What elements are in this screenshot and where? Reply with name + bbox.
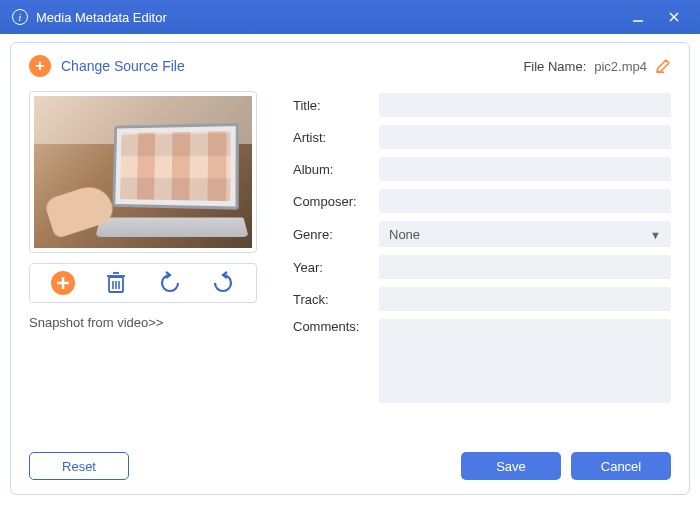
title-label: Title: (293, 98, 369, 113)
left-column: Snapshot from video>> (29, 91, 257, 440)
minimize-button[interactable] (624, 3, 652, 31)
plus-icon: + (29, 55, 51, 77)
comments-input[interactable] (379, 319, 671, 403)
snapshot-link[interactable]: Snapshot from video>> (29, 315, 257, 330)
track-label: Track: (293, 292, 369, 307)
rotate-left-button[interactable] (155, 268, 185, 298)
titlebar: i Media Metadata Editor (0, 0, 700, 34)
delete-cover-button[interactable] (101, 268, 131, 298)
save-button[interactable]: Save (461, 452, 561, 480)
album-input[interactable] (379, 157, 671, 181)
cover-image (34, 96, 252, 248)
info-icon: i (12, 9, 28, 25)
edit-filename-button[interactable] (655, 58, 671, 74)
artist-label: Artist: (293, 130, 369, 145)
cover-toolbar (29, 263, 257, 303)
metadata-form: Title: Artist: Album: Composer: Genre: (293, 91, 671, 440)
genre-select[interactable]: None ▼ (379, 221, 671, 247)
track-input[interactable] (379, 287, 671, 311)
content-row: Snapshot from video>> Title: Artist: Alb… (29, 91, 671, 440)
app-window: i Media Metadata Editor + Change Source … (0, 0, 700, 505)
top-row: + Change Source File File Name: pic2.mp4 (29, 55, 671, 77)
rotate-right-button[interactable] (208, 268, 238, 298)
reset-button[interactable]: Reset (29, 452, 129, 480)
close-button[interactable] (660, 3, 688, 31)
year-input[interactable] (379, 255, 671, 279)
change-source-button[interactable]: + Change Source File (29, 55, 185, 77)
window-title: Media Metadata Editor (36, 10, 616, 25)
file-name-group: File Name: pic2.mp4 (523, 58, 671, 74)
bottom-bar: Reset Save Cancel (29, 452, 671, 480)
cover-art-preview[interactable] (29, 91, 257, 253)
genre-label: Genre: (293, 227, 369, 242)
composer-label: Composer: (293, 194, 369, 209)
chevron-down-icon: ▼ (650, 229, 661, 241)
change-source-label: Change Source File (61, 58, 185, 74)
comments-label: Comments: (293, 319, 369, 334)
year-label: Year: (293, 260, 369, 275)
main-panel: + Change Source File File Name: pic2.mp4 (10, 42, 690, 495)
add-cover-button[interactable] (48, 268, 78, 298)
composer-input[interactable] (379, 189, 671, 213)
album-label: Album: (293, 162, 369, 177)
artist-input[interactable] (379, 125, 671, 149)
file-name-label: File Name: (523, 59, 586, 74)
cancel-button[interactable]: Cancel (571, 452, 671, 480)
file-name-value: pic2.mp4 (594, 59, 647, 74)
title-input[interactable] (379, 93, 671, 117)
genre-value: None (389, 227, 420, 242)
